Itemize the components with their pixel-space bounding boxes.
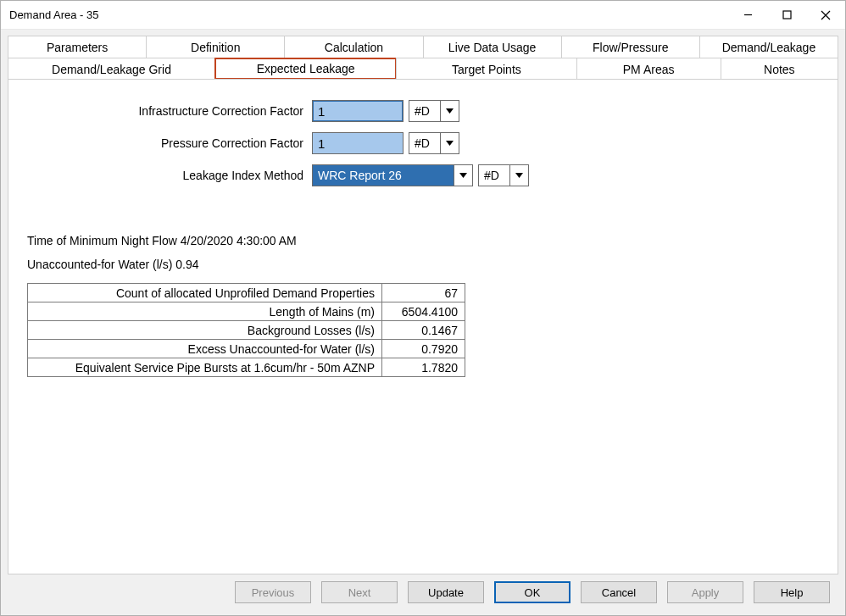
table-row: Length of Mains (m) 6504.4100 — [28, 302, 465, 321]
tab-label: Demand/Leakage — [722, 41, 816, 54]
tab-label: Expected Leakage — [257, 62, 355, 75]
flag-combo-pcf[interactable]: #D — [409, 132, 459, 154]
tab-demand-leakage-grid[interactable]: Demand/Leakage Grid — [8, 58, 215, 80]
tab-label: Calculation — [325, 41, 383, 54]
tab-demand-leakage[interactable]: Demand/Leakage — [699, 36, 838, 58]
unaccounted-water: Unaccounted-for Water (l/s) 0.94 — [27, 258, 819, 271]
table-row: Count of allocated Unprofiled Demand Pro… — [28, 284, 465, 302]
metric-label: Excess Unaccounted-for Water (l/s) — [28, 340, 382, 358]
next-button[interactable]: Next — [321, 581, 398, 603]
combo-lim[interactable]: WRC Report 26 — [312, 164, 473, 186]
table-row: Background Losses (l/s) 0.1467 — [28, 321, 465, 340]
row-lim: Leakage Index Method WRC Report 26 #D — [109, 164, 819, 186]
tab-strip: Parameters Definition Calculation Live D… — [8, 36, 838, 80]
tab-label: Parameters — [47, 41, 108, 54]
titlebar: Demand Area - 35 — [1, 1, 845, 30]
tab-label: Notes — [764, 63, 795, 76]
label-lim: Leakage Index Method — [109, 169, 312, 182]
tab-target-points[interactable]: Target Points — [396, 58, 576, 80]
metric-label: Length of Mains (m) — [28, 302, 382, 321]
row-pcf: Pressure Correction Factor #D — [109, 132, 819, 154]
svg-marker-6 — [459, 173, 467, 178]
flag-combo-lim[interactable]: #D — [478, 164, 529, 186]
flag-value: #D — [478, 164, 510, 186]
metric-value: 0.7920 — [382, 340, 465, 358]
minimize-button[interactable] — [728, 1, 767, 29]
update-button[interactable]: Update — [408, 581, 484, 603]
info-value: 0.94 — [175, 258, 198, 271]
client-area: Parameters Definition Calculation Live D… — [1, 30, 845, 615]
metric-label: Count of allocated Unprofiled Demand Pro… — [28, 284, 382, 302]
table-row: Excess Unaccounted-for Water (l/s) 0.792… — [28, 340, 465, 358]
chevron-down-icon[interactable] — [454, 164, 473, 186]
metric-value: 6504.4100 — [382, 302, 465, 321]
window-title: Demand Area - 35 — [9, 8, 99, 21]
window-controls — [728, 1, 845, 29]
svg-marker-5 — [446, 141, 454, 146]
metric-value: 67 — [382, 284, 465, 302]
tab-label: Live Data Usage — [448, 41, 537, 54]
tab-expected-leakage[interactable]: Expected Leakage — [214, 58, 397, 80]
flag-combo-icf[interactable]: #D — [409, 100, 459, 122]
svg-marker-7 — [515, 173, 523, 178]
tab-label: Flow/Pressure — [593, 41, 668, 54]
close-button[interactable] — [806, 1, 845, 29]
info-value: 4/20/2020 4:30:00 AM — [181, 234, 297, 247]
help-button[interactable]: Help — [754, 581, 830, 603]
metric-value: 1.7820 — [382, 358, 465, 377]
tabs: Parameters Definition Calculation Live D… — [8, 36, 838, 574]
tab-parameters[interactable]: Parameters — [8, 36, 147, 58]
row-icf: Infrastructure Correction Factor #D — [109, 100, 819, 122]
flag-value: #D — [409, 132, 441, 154]
tab-label: PM Areas — [623, 63, 675, 76]
label-pcf: Pressure Correction Factor — [109, 136, 312, 150]
info-label: Time of Minimum Night Flow — [27, 234, 177, 247]
tab-page-expected-leakage: Infrastructure Correction Factor #D Pres… — [8, 79, 838, 574]
tab-definition[interactable]: Definition — [146, 36, 285, 58]
input-icf[interactable] — [312, 100, 404, 122]
tab-live-data-usage[interactable]: Live Data Usage — [423, 36, 562, 58]
tab-notes[interactable]: Notes — [721, 58, 838, 80]
tab-label: Definition — [191, 41, 240, 54]
previous-button[interactable]: Previous — [235, 581, 311, 603]
label-icf: Infrastructure Correction Factor — [109, 104, 312, 118]
table-row: Equivalent Service Pipe Bursts at 1.6cum… — [28, 358, 465, 377]
tab-pm-areas[interactable]: PM Areas — [576, 58, 721, 80]
metric-label: Equivalent Service Pipe Bursts at 1.6cum… — [28, 358, 382, 377]
chevron-down-icon[interactable] — [441, 132, 459, 154]
metric-value: 0.1467 — [382, 321, 465, 340]
apply-button[interactable]: Apply — [667, 581, 743, 603]
metrics-table: Count of allocated Unprofiled Demand Pro… — [27, 283, 465, 377]
chevron-down-icon[interactable] — [441, 100, 459, 122]
dialog-footer: Previous Next Update OK Cancel Apply Hel… — [8, 574, 838, 608]
maximize-button[interactable] — [767, 1, 806, 29]
info-label: Unaccounted-for Water (l/s) — [27, 258, 172, 271]
svg-marker-4 — [446, 108, 454, 114]
min-night-flow: Time of Minimum Night Flow 4/20/2020 4:3… — [27, 234, 819, 247]
tab-calculation[interactable]: Calculation — [284, 36, 423, 58]
flag-value: #D — [409, 100, 441, 122]
ok-button[interactable]: OK — [494, 581, 570, 603]
tab-label: Demand/Leakage Grid — [52, 63, 171, 76]
input-pcf[interactable] — [312, 132, 404, 154]
cancel-button[interactable]: Cancel — [581, 581, 657, 603]
demand-area-dialog: Demand Area - 35 Parameters Definition C… — [0, 0, 846, 616]
chevron-down-icon[interactable] — [510, 164, 529, 186]
combo-value: WRC Report 26 — [312, 164, 454, 186]
form-area: Infrastructure Correction Factor #D Pres… — [109, 100, 819, 186]
metric-label: Background Losses (l/s) — [28, 321, 382, 340]
tab-flow-pressure[interactable]: Flow/Pressure — [561, 36, 700, 58]
info-block: Time of Minimum Night Flow 4/20/2020 4:3… — [27, 234, 819, 377]
tab-label: Target Points — [452, 63, 521, 76]
svg-rect-1 — [783, 11, 791, 19]
